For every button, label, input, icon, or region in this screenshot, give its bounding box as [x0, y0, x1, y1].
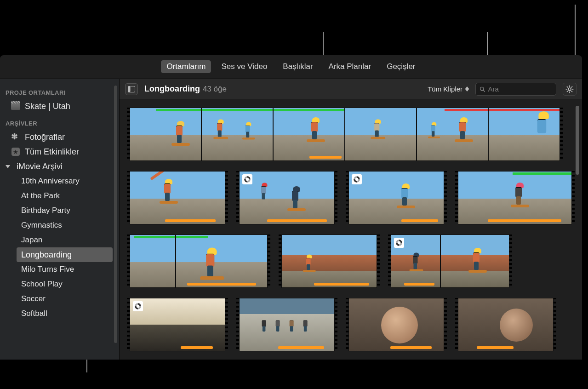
- sidebar-event-label: Birthday Party: [21, 206, 70, 215]
- clip-frame[interactable]: [417, 108, 488, 161]
- clip-filmstrip[interactable]: [346, 298, 447, 351]
- libraries-sidebar: PROJE ORTAMLARI Skate | Utah ARŞİVLER Fo…: [0, 79, 120, 360]
- sidebar-event-label: At the Park: [21, 191, 60, 200]
- sidebar-event[interactable]: Milo Turns Five: [0, 262, 119, 277]
- clip-frame[interactable]: [130, 298, 225, 351]
- filmstrip-edge: [560, 108, 563, 161]
- clip-frame[interactable]: [239, 171, 335, 224]
- tab-transitions[interactable]: Geçişler: [381, 60, 421, 73]
- sidebar-event[interactable]: Gymnastics: [0, 218, 119, 233]
- clip-filter-popup[interactable]: Tüm Klipler: [428, 85, 469, 93]
- clip-frame[interactable]: [391, 235, 440, 288]
- browser-title: Longboarding: [144, 84, 200, 94]
- section-libraries: ARŞİVLER: [0, 114, 119, 130]
- tab-audio-video[interactable]: Ses ve Video: [216, 60, 273, 73]
- clip-frame[interactable]: [273, 108, 345, 161]
- sidebar-event[interactable]: Japan: [0, 233, 119, 247]
- media-tabs: Ortamlarım Ses ve Video Başlıklar Arka P…: [0, 55, 582, 79]
- search-icon: [480, 86, 485, 92]
- clip-filmstrip[interactable]: [279, 235, 380, 288]
- loading-spinner-icon: [352, 174, 362, 184]
- clip-frame[interactable]: [130, 171, 225, 224]
- sidebar-event-label: Gymnastics: [21, 221, 62, 230]
- clip-filmstrip[interactable]: [127, 171, 228, 224]
- svg-line-12: [567, 91, 568, 92]
- sidebar-event-label: School Play: [21, 280, 63, 289]
- svg-point-4: [568, 88, 571, 91]
- svg-rect-1: [128, 86, 131, 92]
- sidebar-event[interactable]: Birthday Party: [0, 203, 119, 218]
- svg-line-11: [571, 86, 572, 87]
- browser-item-count: 43 öğe: [203, 85, 227, 94]
- tab-backgrounds[interactable]: Arka Planlar: [323, 60, 377, 73]
- gear-icon: [565, 85, 574, 93]
- clip-filmstrip[interactable]: [388, 235, 512, 288]
- clip-filmstrip[interactable]: [127, 298, 228, 351]
- sidebar-archive-root-label: iMovie Arşivi: [17, 162, 63, 172]
- clip-filmstrip[interactable]: [236, 171, 337, 224]
- section-project-media: PROJE ORTAMLARI: [0, 83, 119, 99]
- sidebar-event-label: Longboarding: [21, 250, 72, 260]
- browser-bar: Longboarding 43 öğe Tüm Klipler: [120, 79, 582, 99]
- clip-frame[interactable]: [458, 298, 554, 351]
- loading-spinner-icon: [394, 238, 404, 248]
- sidebar-all-events[interactable]: ★ Tüm Etkinlikler: [0, 144, 119, 159]
- search-input[interactable]: [488, 85, 552, 93]
- search-field[interactable]: [475, 83, 556, 96]
- toggle-sidebar-button[interactable]: [125, 83, 138, 95]
- sidebar-archive-root[interactable]: iMovie Arşivi: [0, 159, 119, 174]
- sidebar-event[interactable]: At the Park: [0, 189, 119, 203]
- sidebar-event-label: 10th Anniversary: [21, 177, 80, 186]
- clip-frame[interactable]: [440, 235, 509, 288]
- sidebar-event-label: Milo Turns Five: [21, 265, 74, 274]
- clip-filmstrip[interactable]: [455, 298, 556, 351]
- clip-frame[interactable]: [348, 298, 444, 351]
- sidebar-event[interactable]: Soccer: [0, 292, 119, 306]
- all-events-icon: ★: [11, 147, 20, 156]
- browser-pane: Longboarding 43 öğe Tüm Klipler: [120, 79, 582, 360]
- settings-button[interactable]: [563, 83, 577, 96]
- clip-frame[interactable]: [130, 108, 201, 161]
- sidebar-scrollbar[interactable]: [114, 86, 117, 343]
- sidebar-event[interactable]: Softball: [0, 306, 119, 321]
- browser-scrollbar[interactable]: [576, 106, 579, 175]
- disclosure-triangle-icon[interactable]: [6, 165, 10, 168]
- loading-spinner-icon: [242, 174, 252, 184]
- clapperboard-icon: [11, 102, 20, 111]
- sidebar-event-label: Japan: [21, 235, 42, 245]
- svg-line-10: [571, 91, 572, 92]
- clip-filter-label: Tüm Klipler: [428, 85, 462, 93]
- photos-icon: [11, 132, 20, 142]
- sidebar-event-label: Soccer: [21, 294, 46, 303]
- clip-frame[interactable]: [458, 171, 572, 224]
- clip-frame[interactable]: [281, 235, 377, 288]
- clip-browser[interactable]: [120, 99, 582, 360]
- sidebar-project-label: Skate | Utah: [25, 102, 70, 111]
- tab-titles[interactable]: Başlıklar: [277, 60, 318, 73]
- clip-frame[interactable]: [345, 108, 417, 161]
- popup-arrows-icon: [465, 86, 469, 92]
- svg-line-9: [567, 86, 568, 87]
- sidebar-photos[interactable]: Fotoğraflar: [0, 130, 119, 144]
- clip-frame[interactable]: [488, 108, 560, 161]
- clip-filmstrip[interactable]: [236, 298, 337, 351]
- sidebar-event[interactable]: 10th Anniversary: [0, 174, 119, 189]
- sidebar-event-selected[interactable]: Longboarding: [17, 247, 113, 262]
- clip-frame[interactable]: [176, 235, 268, 288]
- clip-frame[interactable]: [130, 235, 176, 288]
- panel-toggle-icon: [128, 86, 135, 92]
- sidebar-project-item[interactable]: Skate | Utah: [0, 99, 119, 114]
- clip-filmstrip[interactable]: [455, 171, 575, 224]
- sidebar-all-events-label: Tüm Etkinlikler: [25, 147, 79, 157]
- clip-filmstrip[interactable]: [127, 108, 563, 161]
- clip-filmstrip[interactable]: [346, 171, 447, 224]
- sidebar-event-label: Softball: [21, 309, 47, 318]
- clip-frame[interactable]: [201, 108, 273, 161]
- svg-line-3: [483, 90, 485, 91]
- clip-frame[interactable]: [348, 171, 444, 224]
- clip-filmstrip[interactable]: [127, 235, 270, 288]
- clip-frame[interactable]: [239, 298, 335, 351]
- tab-my-media[interactable]: Ortamlarım: [161, 60, 211, 73]
- sidebar-event[interactable]: School Play: [0, 277, 119, 292]
- sidebar-photos-label: Fotoğraflar: [25, 132, 65, 142]
